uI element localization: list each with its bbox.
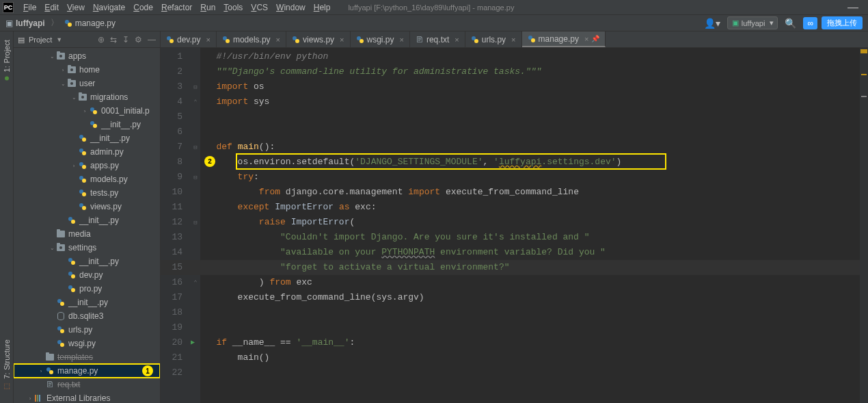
line-number[interactable]: 9	[161, 170, 191, 185]
menu-file[interactable]: File	[19, 1, 40, 14]
menu-edit[interactable]: Edit	[40, 1, 63, 14]
tree-item-admin-py[interactable]: admin.py	[14, 145, 160, 159]
analysis-status-icon[interactable]	[860, 49, 867, 53]
fold-marker[interactable]	[191, 125, 200, 140]
menu-vcs[interactable]: VCS	[247, 1, 272, 14]
tree-item-apps[interactable]: ⌄apps	[14, 49, 160, 63]
menu-tools[interactable]: Tools	[219, 1, 247, 14]
breadcrumb[interactable]: ▣ luffyapi 〉 manage.py	[5, 17, 116, 29]
line-number[interactable]: 1	[161, 49, 191, 64]
code-area[interactable]: 2 #!/usr/bin/env python """Django's comm…	[200, 48, 860, 403]
line-number[interactable]: 3	[161, 79, 191, 94]
line-number[interactable]: 19	[161, 320, 191, 335]
expander-icon[interactable]: ›	[37, 368, 45, 374]
expander-icon[interactable]: ›	[59, 67, 67, 73]
sidebar-view-selector[interactable]: ▤ Project ▼	[18, 36, 62, 44]
menu-view[interactable]: View	[63, 1, 89, 14]
tree-item---init---py[interactable]: __init__.py	[14, 131, 160, 145]
tree-item-0001-initial-p[interactable]: ›0001_initial.p	[14, 104, 160, 118]
tab-wsgi-py[interactable]: wsgi.py×	[351, 31, 410, 47]
expander-icon[interactable]: ⌄	[48, 245, 56, 251]
code-line[interactable]: import sys	[200, 94, 860, 109]
code-line[interactable]: ) from exc	[200, 275, 860, 290]
tab-req-txt[interactable]: 🖹req.txt×	[410, 31, 465, 47]
code-line[interactable]: "Couldn't import Django. Are you sure it…	[200, 230, 860, 245]
fold-marker[interactable]: ⊟	[191, 170, 200, 185]
tree-item-pro-py[interactable]: pro.py	[14, 282, 160, 296]
close-tab-icon[interactable]: ×	[276, 36, 280, 44]
line-number[interactable]: 4	[161, 94, 191, 109]
expander-icon[interactable]: ⌄	[70, 94, 78, 101]
tree-item-migrations[interactable]: ⌄migrations	[14, 90, 160, 104]
line-number[interactable]: 7	[161, 140, 191, 155]
code-line[interactable]: """Django's command-line utility for adm…	[200, 64, 860, 79]
error-stripe[interactable]	[860, 48, 868, 403]
tree-item---init---py[interactable]: __init__.py	[14, 118, 160, 131]
tree-item---init---py[interactable]: __init__.py	[14, 296, 160, 309]
fold-marker[interactable]	[191, 155, 200, 170]
menu-window[interactable]: Window	[272, 1, 310, 14]
code-line[interactable]	[200, 320, 860, 335]
line-number[interactable]: 18	[161, 305, 191, 320]
line-number[interactable]: 14	[161, 245, 191, 260]
expander-icon[interactable]: ⌄	[59, 81, 67, 87]
fold-marker[interactable]	[191, 350, 200, 365]
minimize-button[interactable]: —	[841, 1, 865, 14]
fold-marker[interactable]	[191, 305, 200, 320]
code-line[interactable]: if __name__ == '__main__':▶	[200, 335, 860, 350]
tree-item-media[interactable]: media	[14, 227, 160, 241]
structure-tool-tab[interactable]: ⬚ 7: Structure	[1, 334, 12, 396]
code-line[interactable]: os.environ.setdefault('DJANGO_SETTINGS_M…	[200, 155, 860, 170]
code-line[interactable]: "forget to activate a virtual environmen…	[200, 260, 860, 275]
warning-marker[interactable]	[861, 74, 867, 75]
code-line[interactable]: from django.core.management import execu…	[200, 185, 860, 200]
code-line[interactable]	[200, 125, 860, 140]
expander-icon[interactable]: ›	[81, 108, 89, 114]
tree-item-req-txt[interactable]: 🖹req.txt	[14, 378, 160, 391]
line-number[interactable]: 16	[161, 275, 191, 290]
fold-marker[interactable]	[191, 245, 200, 260]
search-icon[interactable]: 🔍	[785, 18, 796, 29]
code-line[interactable]	[200, 305, 860, 320]
tree-item-wsgi-py[interactable]: wsgi.py	[14, 337, 160, 350]
collapse-all-icon[interactable]: ↧	[122, 35, 129, 44]
fold-marker[interactable]	[191, 320, 200, 335]
run-gutter-icon[interactable]: ▶	[191, 335, 195, 350]
tree-item-models-py[interactable]: models.py	[14, 172, 160, 186]
editor-body[interactable]: 12345678910111213141516171819202122 ⊟⌃⊟⊟…	[161, 48, 868, 403]
tree-item---init---py[interactable]: __init__.py	[14, 213, 160, 227]
fold-marker[interactable]	[191, 185, 200, 200]
fold-marker[interactable]: ⌃	[191, 275, 200, 290]
menu-navigate[interactable]: Navigate	[89, 1, 129, 14]
line-number[interactable]: 15	[161, 260, 191, 275]
fold-marker[interactable]: ⊟	[191, 215, 200, 230]
expander-icon[interactable]: ⌄	[48, 53, 56, 60]
line-number[interactable]: 2	[161, 64, 191, 79]
fold-marker[interactable]	[191, 230, 200, 245]
tree-item-templates[interactable]: templates	[14, 350, 160, 364]
tab-manage-py[interactable]: manage.py×📌	[522, 31, 606, 47]
line-number-gutter[interactable]: 12345678910111213141516171819202122	[161, 48, 191, 403]
fold-marker[interactable]	[191, 64, 200, 79]
fold-marker[interactable]	[191, 260, 200, 275]
expand-all-icon[interactable]: ⇆	[110, 35, 117, 44]
tab-dev-py[interactable]: dev.py×	[161, 31, 217, 47]
code-line[interactable]: raise ImportError(	[200, 215, 860, 230]
line-number[interactable]: 20	[161, 335, 191, 350]
fold-marker[interactable]: ⊟	[191, 140, 200, 155]
close-tab-icon[interactable]: ×	[455, 36, 459, 44]
cloud-sync-button[interactable]: ∞	[803, 17, 817, 29]
expander-icon[interactable]: ›	[70, 163, 78, 169]
tree-item-tests-py[interactable]: tests.py	[14, 186, 160, 200]
project-tool-tab[interactable]: 1: Project	[1, 34, 12, 86]
run-config-dropdown[interactable]: ▣ luffyapi	[727, 16, 778, 29]
pin-icon[interactable]: 📌	[591, 35, 599, 42]
hide-panel-icon[interactable]: —	[148, 35, 156, 44]
code-line[interactable]: except ImportError as exc:	[200, 200, 860, 215]
close-tab-icon[interactable]: ×	[340, 36, 344, 44]
line-number[interactable]: 5	[161, 109, 191, 125]
tree-item---init---py[interactable]: __init__.py	[14, 255, 160, 268]
line-number[interactable]: 12	[161, 215, 191, 230]
tree-item-home[interactable]: ›home	[14, 63, 160, 77]
code-line[interactable]: main()	[200, 350, 860, 365]
